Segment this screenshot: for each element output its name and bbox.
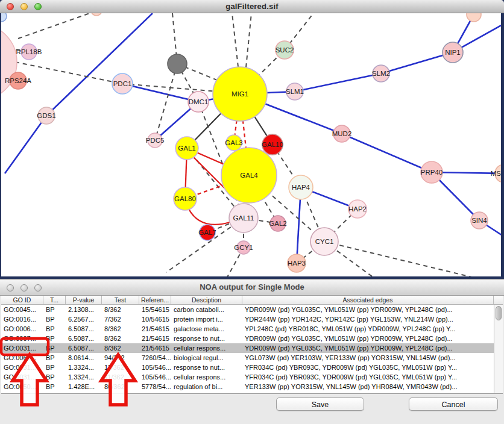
cell-test: 7/362 <box>102 314 139 324</box>
noa-results-table: GO IDT...P-valueTestReferen...Desciption… <box>1 296 503 394</box>
column-header-referen[interactable]: Referen... <box>139 296 171 304</box>
cell-test: 8/362 <box>102 334 139 343</box>
edge-dash[interactable] <box>155 64 177 140</box>
cell-reference: 105/546... <box>139 372 171 382</box>
cell-go_id: GO:0045... <box>1 305 43 314</box>
node-label-GAL80: GAL80 <box>174 195 196 202</box>
cancel-button[interactable]: Cancel <box>409 398 498 411</box>
cell-go_id: GO:0006... <box>1 324 43 334</box>
table-row[interactable]: GO:0050...BP1.428E...80/3625778/54...reg… <box>1 382 494 391</box>
table-body: GO:0045...BP2.1308...8/36215/54615carbon… <box>1 305 494 391</box>
cell-type: BP <box>43 382 66 391</box>
cell-go_id: GO:0065... <box>1 353 43 363</box>
edge-red-curved[interactable] <box>189 209 230 225</box>
node-big-left-node[interactable] <box>1 23 17 101</box>
node-label-DMC1: DMC1 <box>189 98 209 105</box>
cell-p_value: 8.0614... <box>66 353 102 363</box>
cell-reference: 5778/54... <box>139 382 171 391</box>
cell-edges: YER133W (pp) YOR315W, YNL145W (pd) YHR08… <box>242 382 494 391</box>
cell-reference: 21/54615 <box>139 334 171 343</box>
cell-edges: YPL248C (pd) YBR018C, YML051W (pp) YDR00… <box>242 324 494 334</box>
cell-description: galactose meta... <box>171 324 242 334</box>
table-row[interactable]: GO:0016...BP6.2567...7/36210/54615protei… <box>1 314 494 324</box>
cell-reference: 10/54615 <box>139 314 171 324</box>
cell-reference: 21/54615 <box>139 324 171 334</box>
table-row[interactable]: GO:0007...BP6.5087...8/36221/54615respon… <box>1 334 494 343</box>
edge-blue[interactable] <box>46 13 153 116</box>
cell-type: BP <box>43 314 66 324</box>
cell-p_value: 1.428E... <box>66 382 102 391</box>
edge-blue[interactable] <box>381 52 453 73</box>
cell-test: 94/362 <box>102 353 139 363</box>
table-header-row: GO IDT...P-valueTestReferen...Desciption… <box>1 296 503 305</box>
cell-p_value: 1.3324... <box>66 363 102 372</box>
edge-dash[interactable] <box>18 13 96 39</box>
table-row[interactable]: GO:0031...BP1.3324...11/362105/546...cel… <box>1 372 494 382</box>
cell-type: BP <box>43 324 66 334</box>
cell-edges: YDR009W (pd) YGL035C, YML051W (pp) YDR00… <box>242 343 494 353</box>
edge-dash[interactable] <box>324 242 501 276</box>
cell-reference: 105/546... <box>139 363 171 372</box>
node-label-MSI: MSI <box>491 170 501 177</box>
cell-type: BP <box>43 363 66 372</box>
save-button[interactable]: Save <box>276 398 364 411</box>
node-label-GAL3: GAL3 <box>225 139 242 146</box>
vertical-scrollbar[interactable] <box>494 305 503 393</box>
network-canvas[interactable]: RPL18BRPS24AGDS1PDC1PDC5DMC1MIG1SUC2SLM1… <box>1 13 501 276</box>
column-header-associated-edges[interactable]: Associated edges <box>242 296 494 304</box>
cell-test: 11/362 <box>102 372 139 382</box>
node-top-right-node[interactable] <box>467 13 481 22</box>
edge-blue[interactable] <box>295 73 381 92</box>
column-header-t[interactable]: T... <box>43 296 66 304</box>
node-label-GDS1: GDS1 <box>37 112 55 119</box>
node-label-RPS24A: RPS24A <box>5 77 31 84</box>
cell-p_value: 6.5087... <box>66 324 102 334</box>
table-row[interactable]: GO:0065...BP8.0614...94/3627260/54...bio… <box>1 353 494 363</box>
noa-window-titlebar[interactable]: NOA output for Single Mode <box>0 279 504 296</box>
cell-description: carbon cataboli... <box>171 305 242 314</box>
edge-blue[interactable] <box>122 84 198 102</box>
cell-p_value: 6.2567... <box>66 314 102 324</box>
cell-go_id: GO:0007... <box>1 334 43 343</box>
node-label-PDC5: PDC5 <box>146 137 165 144</box>
node-label-GAL1: GAL1 <box>178 145 195 152</box>
cell-reference: 7260/54... <box>139 353 171 363</box>
cell-description: cellular respons... <box>171 343 242 353</box>
scrollbar-thumb[interactable] <box>496 306 502 320</box>
table-row[interactable]: GO:0031...BP1.3324...11/362105/546...res… <box>1 363 494 372</box>
column-header-p-value[interactable]: P-value <box>66 296 102 304</box>
edge-blue[interactable] <box>5 116 46 173</box>
node-label-SLM1: SLM1 <box>286 88 304 95</box>
node-gray-node[interactable] <box>168 54 187 73</box>
table-row[interactable]: GO:0006...BP6.5087...8/36221/54615galact… <box>1 324 494 334</box>
node-tiny-topleft-node[interactable] <box>1 13 7 22</box>
cell-p_value: 6.5087... <box>66 334 102 343</box>
edge-blue[interactable] <box>342 134 432 172</box>
column-header-test[interactable]: Test <box>102 296 139 304</box>
table-row-selected[interactable]: GO:0031...BP6.5087...8/36221/54615cellul… <box>1 343 494 353</box>
column-header-desciption[interactable]: Desciption <box>171 296 242 304</box>
network-graph[interactable]: RPL18BRPS24AGDS1PDC1PDC5DMC1MIG1SUC2SLM1… <box>1 13 501 276</box>
cell-edges: YDR009W (pd) YGL035C, YML051W (pp) YDR00… <box>242 334 494 343</box>
node-top-sliver-node[interactable] <box>91 13 102 16</box>
cell-go_id: GO:0031... <box>1 343 43 353</box>
cell-type: BP <box>43 305 66 314</box>
column-header-go-id[interactable]: GO ID <box>1 296 43 304</box>
cell-edges: YDR244W (pp) YDR142C, YDR142C (pp) YGL15… <box>242 314 494 324</box>
network-window-titlebar[interactable]: galFiltered.sif <box>0 0 504 13</box>
node-label-HAP2: HAP2 <box>348 205 367 213</box>
cell-reference: 21/54615 <box>139 343 171 353</box>
cell-test: 8/362 <box>102 305 139 314</box>
table-row[interactable]: GO:0045...BP2.1308...8/36215/54615carbon… <box>1 305 494 314</box>
cell-type: BP <box>43 353 66 363</box>
node-label-GCY1: GCY1 <box>234 244 253 251</box>
cell-reference: 15/54615 <box>139 305 171 314</box>
cell-description: response to nut... <box>171 334 242 343</box>
node-label-NIP1: NIP1 <box>445 49 461 56</box>
edge-dash[interactable] <box>232 13 238 67</box>
edge-dash[interactable] <box>246 13 251 67</box>
cell-go_id: GO:0031... <box>1 363 43 372</box>
cell-test: 8/362 <box>102 324 139 334</box>
node-label-GAL4: GAL4 <box>240 172 258 179</box>
cell-test: 80/362 <box>102 382 139 391</box>
